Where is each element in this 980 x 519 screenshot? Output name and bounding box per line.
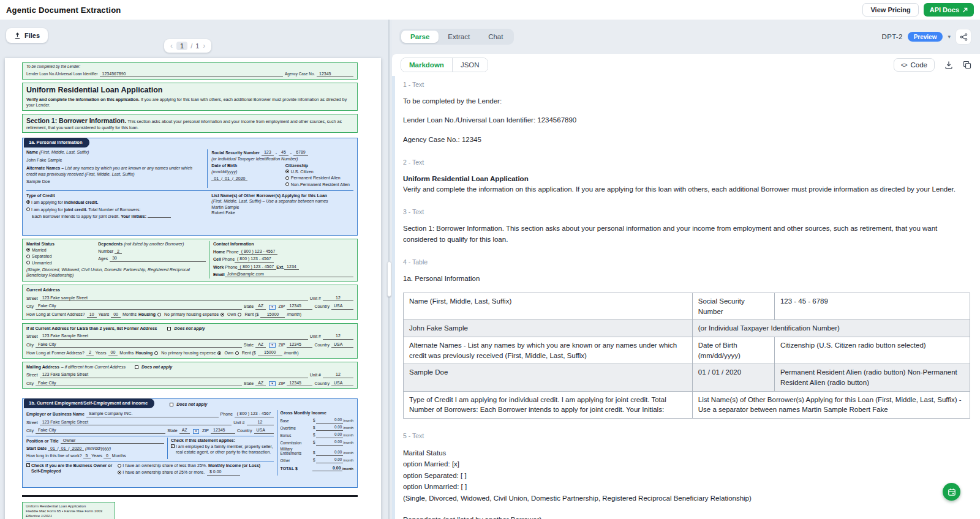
radio-option[interactable]: Separated <box>26 253 98 259</box>
panel-divider[interactable] <box>386 20 392 519</box>
email-label: Email <box>213 272 225 277</box>
state-value: AZ <box>255 380 266 386</box>
table-row: Name (First, Middle, Last, Suffix)Social… <box>404 293 970 320</box>
api-docs-button[interactable]: API Docs <box>924 3 974 17</box>
copy-button[interactable] <box>963 61 971 69</box>
current-page: 1 <box>176 42 187 50</box>
radio-option[interactable]: Permanent Resident Alien <box>285 175 353 181</box>
former-dna-checkbox-icon[interactable] <box>167 327 171 330</box>
no-housing-expense-radio-icon[interactable] <box>157 313 161 316</box>
dependents-number-value: 2 <box>115 249 122 254</box>
ownership-ge25-radio-icon[interactable] <box>118 471 121 474</box>
position-value: Owner <box>61 438 164 444</box>
divider-handle[interactable] <box>387 261 391 297</box>
initials-blank-field[interactable] <box>148 214 171 218</box>
months-value: 00 <box>108 349 118 356</box>
unit-label: Unit # <box>310 372 321 378</box>
gmi-row-permonth: /month <box>343 441 353 445</box>
next-page-button[interactable]: › <box>202 42 206 50</box>
rent-suffix: /month) <box>284 350 299 356</box>
radio-label: Unmarried <box>32 260 52 266</box>
gmi-row-permonth: /month <box>343 433 353 438</box>
chevron-down-icon[interactable]: ▾ <box>948 34 951 40</box>
form-section-1a: 1a. Personal Information Name (First, Mi… <box>22 138 358 236</box>
code-button-label: Code <box>911 61 928 69</box>
parse-section: 1 - TextTo be completed by the Lender:Le… <box>403 81 970 145</box>
radio-option[interactable]: U.S. Citizen <box>285 169 353 174</box>
rent-label: Rent ($ <box>244 312 258 317</box>
marital-status-block: Marital Status MarriedSeparatedUnmarried <box>26 241 98 266</box>
individual-credit-radio-icon[interactable] <box>26 200 30 204</box>
state-dropdown-icon[interactable]: ▼ <box>269 343 275 348</box>
prev-page-button[interactable]: ‹ <box>170 42 173 50</box>
preview-badge: Preview <box>908 32 943 42</box>
radio-option[interactable]: Non-Permanent Resident Alien <box>285 182 353 187</box>
form-mailing-address-box: Mailing Address– if different from Curre… <box>22 362 358 389</box>
radio-icon <box>26 248 30 252</box>
state-dropdown-icon[interactable]: ▼ <box>269 381 275 386</box>
tab-markdown[interactable]: Markdown <box>401 58 453 72</box>
parse-section: 4 - Table1a. Personal InformationName (F… <box>403 258 970 419</box>
city-label: City <box>26 428 34 433</box>
statement-checkbox-icon[interactable] <box>171 444 175 448</box>
section-text: Uniform Residential Loan ApplicationVeri… <box>403 174 970 195</box>
zip-label: ZIP <box>279 304 285 309</box>
gmi-row-value: 0.00 <box>316 425 344 431</box>
joint-credit-radio-icon[interactable] <box>26 207 30 211</box>
gmi-row: Commission$0.00/month <box>281 439 353 446</box>
agency-case-value: 12345 <box>317 71 353 77</box>
view-pricing-button[interactable]: View Pricing <box>862 3 918 17</box>
mailing-dna-checkbox-icon[interactable] <box>135 365 138 369</box>
initials-label: Your Initials: <box>121 214 146 218</box>
calendar-fab-button[interactable] <box>943 483 960 501</box>
section-line: Dependents (not listed by another Borrow… <box>403 514 970 519</box>
credit2-pre: I am applying for <box>31 207 64 212</box>
state-label: State <box>167 428 177 433</box>
gmi-row: Base$0.00/month <box>281 417 353 424</box>
radio-icon <box>285 176 289 180</box>
form-section-1b: 1b. Current Employment/Self-Employment a… <box>22 398 358 488</box>
no-housing-expense-radio-icon[interactable] <box>154 351 158 355</box>
code-brackets-icon: <> <box>901 62 907 69</box>
tab-json[interactable]: JSON <box>453 58 488 72</box>
mailing-dna-label: Does not apply <box>141 364 172 370</box>
city-value: Fake City <box>36 303 242 309</box>
section-line: option Married: [x] <box>403 458 970 469</box>
unit-value: 12 <box>247 419 274 425</box>
business-owner-checkbox-icon[interactable] <box>26 463 30 467</box>
state-dropdown-icon[interactable]: ▼ <box>269 305 275 310</box>
cell-phone-word: Phone <box>222 257 235 261</box>
tab-parse[interactable]: Parse <box>401 31 439 43</box>
result-toolbar: Markdown JSON <> Code <box>392 54 980 76</box>
unit-label: Unit # <box>310 296 321 301</box>
radio-option[interactable]: Married <box>26 247 98 253</box>
work-years-value: 5 <box>83 454 91 458</box>
alt-names-value: Sample Doe <box>26 179 203 184</box>
employer-label: Employer or Business Name <box>26 411 85 417</box>
radio-option[interactable]: Unmarried <box>26 260 98 266</box>
start-yyyy: 2020 <box>70 446 85 451</box>
tab-extract[interactable]: Extract <box>439 31 479 43</box>
share-button[interactable] <box>956 29 971 45</box>
statement-applies-label: Check if this statement applies: <box>171 438 274 443</box>
rent-radio-icon[interactable] <box>238 313 241 316</box>
zip-label: ZIP <box>202 428 209 433</box>
credit3-text: Each Borrower intends to apply for joint… <box>32 214 121 218</box>
rent-radio-icon[interactable] <box>235 351 239 355</box>
form-marital-box: Marital Status MarriedSeparatedUnmarried… <box>22 239 358 282</box>
citizenship-options: U.S. CitizenPermanent Resident AlienNon-… <box>285 169 353 187</box>
street-label: Street <box>26 334 38 339</box>
employment-dna-checkbox-icon[interactable] <box>170 403 173 406</box>
section-label: 3 - Text <box>403 208 970 215</box>
code-button[interactable]: <> Code <box>894 58 935 72</box>
form-current-address-box: Current Address Street123 Fake sample St… <box>22 285 358 320</box>
gmi-row-label: Bonus <box>281 433 313 438</box>
tab-chat[interactable]: Chat <box>479 31 512 43</box>
own-radio-icon[interactable] <box>217 351 221 355</box>
state-dropdown-icon[interactable]: ▼ <box>193 429 199 434</box>
download-button[interactable] <box>944 61 953 69</box>
files-button[interactable]: Files <box>6 28 48 43</box>
ownership-lt25-radio-icon[interactable] <box>118 464 121 468</box>
section-text: To be completed by the Lender: <box>403 96 970 106</box>
own-radio-icon[interactable] <box>221 313 224 316</box>
